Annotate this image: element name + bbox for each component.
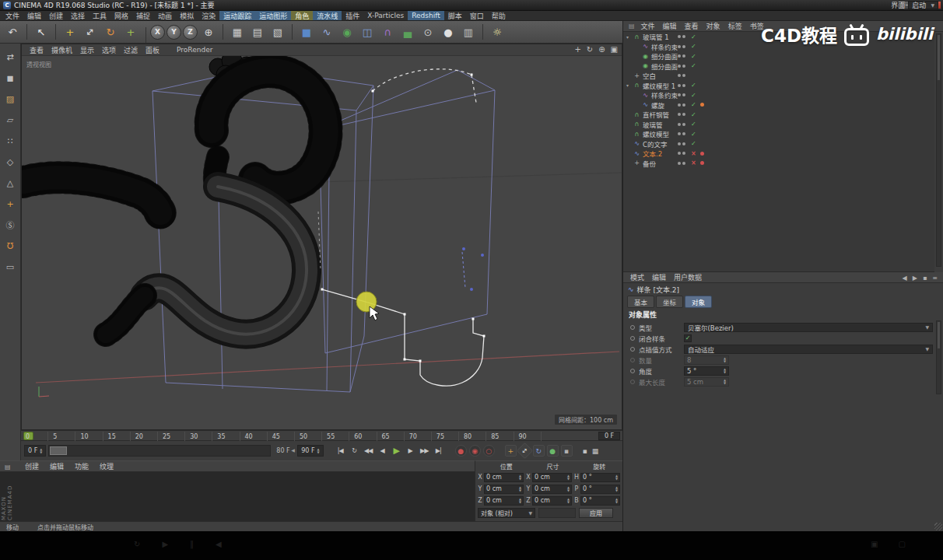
menu-item[interactable]: 网格 [110,11,132,20]
enable-check[interactable]: ✓ [691,131,696,138]
visibility-dots[interactable] [678,152,685,155]
object-row[interactable]: ∿ 样条约束 ✓ [623,90,934,100]
position-field[interactable]: 0 cm▲▼ [484,485,524,494]
player-fullscreen-icon[interactable]: ▢ [899,540,906,548]
toggle-view-icon[interactable]: ▣ [611,45,618,54]
anim-dot-icon[interactable] [630,336,635,341]
object-manager-scrollbar[interactable] [936,33,941,267]
menu-item[interactable]: 选择 [67,11,89,20]
menu-item[interactable]: 工具 [89,11,110,20]
timeline-range-slider[interactable] [48,445,271,457]
object-name[interactable]: C的文字 [641,139,667,149]
object-row[interactable]: ◉ 细分曲面 ✓ [623,61,934,72]
enable-check[interactable]: ✓ [691,121,696,128]
stepper-icon[interactable]: ▲▼ [317,448,320,454]
size-field[interactable]: 0 cm▲▼ [532,485,572,494]
object-row[interactable]: ∩ 直杆钢管 ✓ [623,110,934,120]
object-tag[interactable] [700,103,704,107]
display-mode-icon[interactable]: ▥ [459,23,478,41]
render-picture-viewer-icon[interactable]: ▤ [248,23,267,41]
visibility-dots[interactable] [678,54,685,58]
expander-icon[interactable]: ▾ [626,82,633,88]
title-bar[interactable]: C CINEMA 4D R19.068 Studio (RC - R19) - … [0,0,943,11]
object-row[interactable]: ∿ 螺旋 ✓ [623,100,934,110]
enable-axis-icon[interactable]: + [2,197,19,211]
object-name[interactable]: 文本.2 [641,149,662,158]
panel-menu-icon[interactable]: ▤ [626,23,637,30]
object-name[interactable]: 细分曲面 [650,51,678,61]
menu-item[interactable]: 插件 [342,11,363,20]
edges-mode-icon[interactable]: ◇ [2,155,19,169]
attribute-tab[interactable]: 基本 [627,296,654,308]
play-mode-button[interactable]: ↻ [348,444,361,457]
rotation-field[interactable]: 0 °▲▼ [580,473,620,482]
size-field[interactable]: 0 cm▲▼ [532,496,572,506]
object-manager-list[interactable]: ▾ ∩ 玻璃管 1 ✓ ∿ 样条约束 ✓ ◉ 细分曲面 [623,32,934,272]
menu-item[interactable]: 窗口 [466,11,488,20]
render-settings-icon[interactable]: ▧ [268,23,287,41]
object-name[interactable]: 螺旋 [650,100,664,110]
workplane-mode-icon[interactable]: ▱ [2,113,19,127]
coordinate-mode-dropdown[interactable]: 对象 (相对) ▼ [478,508,535,518]
visibility-dots[interactable] [678,65,685,68]
angle-field[interactable]: 5 °▲▼ [684,366,729,376]
key-pla-toggle[interactable]: ▪ [561,445,573,457]
object-tag[interactable] [700,152,704,156]
keyframe-settings-icon[interactable]: ▪ [583,447,587,455]
object-name[interactable]: 空白 [641,71,656,80]
viewport-menu[interactable]: 显示 [76,45,98,55]
preview-end-value[interactable]: 80 F [276,447,289,454]
attribute-menu[interactable]: 编辑 [648,272,670,282]
apply-button[interactable]: 应用 [579,508,613,518]
orbit-view-icon[interactable]: ↻ [587,45,593,54]
enable-check[interactable]: ✓ [691,140,696,147]
menu-item[interactable]: 渲染 [198,11,219,20]
prev-key-button[interactable]: ◀◀ [362,444,375,457]
range-slider-handle[interactable] [50,446,67,455]
viewport-menu[interactable]: 摄像机 [47,45,76,55]
size-field[interactable]: 0 cm▲▼ [532,473,572,482]
attr-back-icon[interactable]: ◀ [903,275,907,282]
axis-z-lock-icon[interactable]: Z [183,25,198,40]
prev-frame-button[interactable]: ◀ [376,444,389,457]
enable-check[interactable]: ✓ [691,33,696,40]
object-row[interactable]: + 空白 [623,71,934,81]
attribute-section-header[interactable]: 对象属性 [629,310,657,320]
object-row[interactable]: ∿ 文本.2 × [623,149,934,159]
enable-check[interactable]: ✓ [691,62,696,69]
enable-check[interactable]: ✓ [691,111,696,118]
coordinate-system-icon[interactable]: ⊕ [199,23,218,41]
material-menu[interactable]: 功能 [70,461,93,471]
enable-check[interactable]: × [691,159,696,166]
menu-item[interactable]: 模拟 [176,11,198,20]
object-row[interactable]: ∩ 玻璃管 ✓ [623,120,934,130]
menu-item[interactable]: 运动图形 [255,11,291,20]
axis-x-lock-icon[interactable]: X [150,25,165,40]
position-field[interactable]: 0 cm▲▼ [484,496,524,506]
material-menu[interactable]: 纹理 [95,461,118,471]
add-material-icon[interactable]: ● [439,23,457,41]
menu-item[interactable]: 动画 [154,11,176,20]
panel-menu-icon[interactable]: ▤ [5,464,11,471]
object-manager-menu[interactable]: 文件 [637,21,659,31]
menu-item[interactable]: 脚本 [444,11,466,20]
goto-end-button[interactable]: ▶| [432,444,445,457]
viewport-menu[interactable]: 过滤 [120,45,142,55]
object-name[interactable]: 玻璃管 1 [641,32,669,41]
enable-check[interactable]: ✓ [691,53,696,60]
prorender-light-icon[interactable]: ☼ [488,23,507,41]
menu-item[interactable]: Redshift [408,11,444,20]
menu-item[interactable]: 编辑 [23,11,45,20]
interpolation-dropdown[interactable]: 自动适应 ▼ [684,345,933,354]
recent-tool-icon[interactable]: + [121,23,140,41]
add-spline-icon[interactable]: ∿ [317,23,336,41]
viewport-canvas[interactable] [22,56,622,429]
current-frame-field[interactable]: 0 F [598,432,620,440]
menu-item[interactable]: 角色 [291,11,313,20]
viewport-menu-prorender[interactable]: ProRender [173,46,216,54]
resize-grip[interactable] [934,523,942,530]
object-row[interactable]: + 备份 × [623,159,934,169]
attribute-tab[interactable]: 对象 [685,296,712,308]
enable-check[interactable]: × [691,150,696,157]
add-cube-icon[interactable]: ■ [297,23,316,41]
